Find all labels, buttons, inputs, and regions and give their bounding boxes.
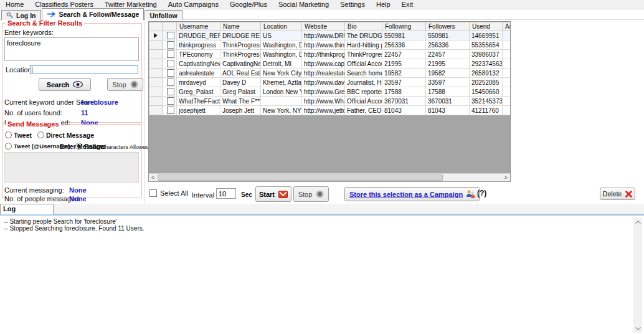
- row-checkbox-cell[interactable]: [163, 106, 177, 115]
- log-scrollbar[interactable]: [633, 218, 642, 333]
- select-all-checkbox[interactable]: Select All: [149, 189, 188, 197]
- table-row[interactable]: DRUDGE_REPORTDRUDGE REPORTUShttp://www.D…: [149, 31, 511, 41]
- checkbox-icon[interactable]: [167, 97, 174, 105]
- cell-aut: [503, 87, 511, 97]
- row-checkbox-cell[interactable]: [163, 87, 177, 97]
- menu-item-social-marketing[interactable]: Social Marketing: [273, 0, 334, 10]
- column-header-bio[interactable]: Bio: [345, 22, 382, 31]
- table-row[interactable]: josephjettJoseph JettNew York, NYhttp://…: [149, 106, 511, 115]
- row-checkbox-cell[interactable]: [163, 31, 177, 41]
- radio-direct-message[interactable]: Direct Message: [37, 131, 94, 139]
- cell-location: New York, NY: [261, 106, 302, 115]
- column-header-userid[interactable]: Userid: [470, 22, 503, 31]
- help-link[interactable]: (?): [477, 189, 486, 198]
- tab-log-in[interactable]: Log In: [1, 10, 41, 20]
- checkbox-icon[interactable]: [167, 32, 174, 39]
- column-header-username[interactable]: Username: [177, 22, 220, 31]
- interval-input[interactable]: [216, 188, 236, 199]
- row-checkbox-cell[interactable]: [163, 50, 177, 59]
- keywords-textarea[interactable]: foreclosure: [4, 37, 139, 61]
- row-checkbox-cell[interactable]: [163, 78, 177, 87]
- tab-unfollow[interactable]: Unfollow: [144, 10, 182, 20]
- cell-website: http://realestate....: [302, 69, 345, 78]
- row-selector-cell[interactable]: [149, 87, 163, 97]
- row-selector-cell[interactable]: [149, 78, 163, 87]
- grid-hscrollbar[interactable]: < >: [149, 173, 510, 181]
- cell-username: CaptivatingNews: [177, 59, 220, 69]
- cell-followers: 256336: [426, 41, 470, 50]
- cell-website: http://thinkprogre...: [302, 50, 345, 59]
- message-textarea[interactable]: [4, 152, 139, 183]
- column-header-location[interactable]: Location: [261, 22, 302, 31]
- checkbox-icon[interactable]: [167, 41, 174, 49]
- checkbox-icon[interactable]: [167, 50, 174, 58]
- stop-search-button[interactable]: Stop: [107, 78, 143, 91]
- radio-button-icon[interactable]: [5, 143, 12, 150]
- column-header-website[interactable]: Website: [302, 22, 345, 31]
- tab-log[interactable]: Log: [0, 204, 54, 214]
- table-row[interactable]: WhatTheFFactsWhat The F*** Fa...http://w…: [149, 97, 511, 106]
- scroll-right-icon[interactable]: >: [502, 174, 510, 181]
- start-button[interactable]: Start: [255, 186, 291, 202]
- tab-strip: Log InSearch & Follow/MessageUnfollow: [1, 8, 183, 20]
- cell-location: Khemet, Aztlan &...: [261, 78, 302, 87]
- row-checkbox-cell[interactable]: [163, 59, 177, 69]
- cell-following: 33597: [382, 78, 426, 87]
- menu-item-exit[interactable]: Exit: [396, 0, 419, 10]
- row-selector-cell[interactable]: [149, 31, 163, 41]
- table-row[interactable]: aolrealestateAOL Real EstateNew York Cit…: [149, 69, 511, 78]
- chevron-down-icon[interactable]: [633, 325, 642, 333]
- scroll-left-icon[interactable]: <: [149, 174, 157, 181]
- cell-bio: ThinkProgress' E...: [345, 50, 382, 59]
- column-header-following[interactable]: Following: [382, 22, 426, 31]
- radio-button-icon[interactable]: [37, 131, 44, 138]
- table-row[interactable]: Greg_PalastGreg PalastLondon New Yor...h…: [149, 87, 511, 97]
- row-checkbox-cell[interactable]: [163, 97, 177, 106]
- cell-username: WhatTheFFacts: [177, 97, 220, 106]
- table-row[interactable]: thinkprogressThinkProgressWashington, D.…: [149, 41, 511, 50]
- row-checkbox-cell[interactable]: [163, 69, 177, 78]
- cell-location: Detroit, MI: [261, 59, 302, 69]
- table-row[interactable]: mrdaveydDavey DKhemet, Aztlan &...http:/…: [149, 78, 511, 87]
- checkbox-icon[interactable]: [167, 60, 174, 67]
- tab-label: Log In: [16, 12, 36, 19]
- row-selector-cell[interactable]: [149, 69, 163, 78]
- checkbox-icon[interactable]: [167, 88, 174, 95]
- cell-following: 19582: [382, 69, 426, 78]
- table-row[interactable]: CaptivatingNewsCaptivatingNewsDetroit, M…: [149, 59, 511, 69]
- checkbox-icon[interactable]: [167, 79, 174, 86]
- menu-item-google-plus[interactable]: Google/Plus: [224, 0, 273, 10]
- cell-bio: Search homes fo...: [345, 69, 382, 78]
- hscroll-thumb[interactable]: [158, 174, 443, 181]
- menu-item-settings[interactable]: Settings: [334, 0, 371, 10]
- interval-label: Interval: [192, 191, 214, 199]
- log-area[interactable]: -- Starting people Search for 'foreclosu…: [0, 214, 644, 334]
- stop-button[interactable]: Stop: [293, 186, 329, 202]
- checkbox-icon[interactable]: [149, 189, 157, 197]
- chevron-up-icon[interactable]: [633, 218, 642, 226]
- table-row[interactable]: TPEconomyThinkProgress E...Washington, D…: [149, 50, 511, 59]
- row-selector-cell[interactable]: [149, 97, 163, 106]
- checkbox-icon[interactable]: [167, 107, 174, 114]
- row-selector-cell[interactable]: [149, 59, 163, 69]
- menu-item-help[interactable]: Help: [371, 0, 396, 10]
- row-selector-cell[interactable]: [149, 41, 163, 50]
- row-selector-cell[interactable]: [149, 50, 163, 59]
- radio-tweet[interactable]: Tweet: [5, 131, 32, 139]
- delete-button[interactable]: Delete: [600, 188, 635, 200]
- column-header-name[interactable]: Name: [220, 22, 261, 31]
- users-table: UsernameNameLocationWebsiteBioFollowingF…: [149, 22, 511, 115]
- tab-search-follow-message[interactable]: Search & Follow/Message: [42, 8, 144, 20]
- row-selector-cell[interactable]: [149, 106, 163, 115]
- column-header-aut[interactable]: Aut: [503, 22, 511, 31]
- search-button[interactable]: Search: [39, 78, 91, 91]
- row-checkbox-cell[interactable]: [163, 41, 177, 50]
- cell-username: mrdaveyd: [177, 78, 220, 87]
- location-input[interactable]: [30, 65, 138, 74]
- checkbox-icon[interactable]: [167, 69, 174, 77]
- radio-button-icon[interactable]: [5, 131, 12, 138]
- cell-location: London New Yor...: [261, 87, 302, 97]
- checkbox-column-header[interactable]: [163, 22, 177, 31]
- column-header-followers[interactable]: Followers: [426, 22, 470, 31]
- store-campaign-button[interactable]: Store this selection as a Campaign: [344, 187, 480, 201]
